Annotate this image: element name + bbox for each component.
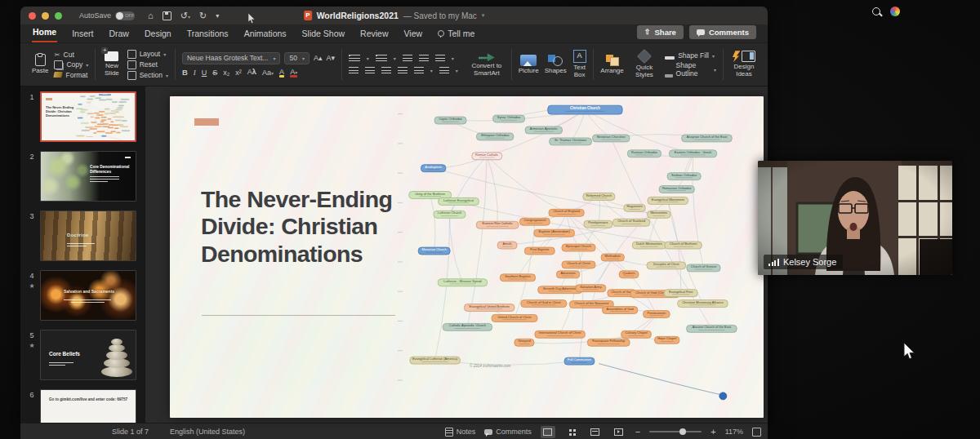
diagram-node-anabapt[interactable]: Anabaptists <box>421 165 445 172</box>
diagram-node-greece[interactable]: Church of Greece <box>687 264 720 272</box>
diagram-node-moravian[interactable]: Moravian Church <box>418 247 450 255</box>
align-center-button[interactable] <box>365 67 375 74</box>
diagram-node-coe[interactable]: Church of England <box>549 209 584 216</box>
zoom-slider[interactable] <box>649 431 702 432</box>
fit-to-window-button[interactable] <box>752 428 761 437</box>
diagram-node-southbap[interactable]: Southern Baptists <box>500 274 535 282</box>
document-title[interactable]: WorldReligions2021 — Saved to my Mac ▾ <box>304 11 485 20</box>
diagram-node-ucc[interactable]: United Church of Christ <box>492 315 537 322</box>
diagram-node-episcopal[interactable]: Episcopal Church <box>562 244 595 251</box>
diagram-node-hope[interactable]: Hope Chapel <box>655 336 679 344</box>
text-direction-button[interactable] <box>439 67 449 74</box>
diagram-node-ela[interactable]: Evangelical Lutheran (America) <box>410 357 461 364</box>
diagram-node-methodists[interactable]: Methodists <box>601 254 624 261</box>
change-case-button[interactable]: Aa▾ <box>262 69 274 77</box>
diagram-node-ethiopian[interactable]: Ethiopian Orthodox <box>476 133 513 140</box>
diagram-node-mennonites[interactable]: Mennonites <box>648 211 670 218</box>
reset-button[interactable]: Reset <box>127 60 168 69</box>
italic-button[interactable]: I <box>194 69 196 77</box>
new-slide-button[interactable]: New Slide <box>102 51 121 78</box>
quick-styles-button[interactable]: Quick Styles <box>630 50 659 79</box>
tab-slide-show[interactable]: Slide Show <box>301 25 346 42</box>
video-participant-tile[interactable]: Kelsey Sorge <box>758 161 952 275</box>
diagram-node-reformed[interactable]: Reformed Church <box>583 193 615 200</box>
diagram-node-baptists[interactable]: Baptists (Amsterdam) <box>534 229 575 237</box>
tab-animations[interactable]: Animations <box>243 25 287 42</box>
diagram-node-luthev[interactable]: Lutheran Evangelical <box>439 197 479 205</box>
paste-button[interactable]: Paste <box>32 54 48 75</box>
diagram-node-fullcomm[interactable]: Full Communion <box>564 357 595 365</box>
slide-3-thumbnail[interactable]: Doctrine <box>40 211 136 261</box>
minimize-window-button[interactable] <box>42 12 49 20</box>
cut-button[interactable]: ✂Cut <box>54 51 88 59</box>
diagram-node-serbian[interactable]: Serbian Orthodox <box>667 173 701 180</box>
zoom-level[interactable]: 117% <box>725 428 743 436</box>
increase-indent-button[interactable] <box>419 55 429 62</box>
diagram-node-pentecostal[interactable]: Pentecostals <box>644 311 670 318</box>
diagram-node-cma[interactable]: Christian Missionary Alliance <box>678 300 728 308</box>
tab-transitions[interactable]: Transitions <box>186 25 229 42</box>
diagram-node-foursquare[interactable]: Foursquare Fellowship <box>587 339 630 346</box>
redo-icon[interactable]: ↻ <box>199 11 207 21</box>
diagram-node-missouri[interactable]: Lutheran - Missouri Synod <box>438 279 487 286</box>
autosave-control[interactable]: AutoSave OFF <box>79 11 135 20</box>
diagram-node-amish[interactable]: Amish <box>497 242 517 249</box>
tab-view[interactable]: View <box>403 25 424 42</box>
diagram-node-nestorian[interactable]: Nestorian Churches <box>593 135 630 142</box>
text-box-button[interactable]: AText Box <box>572 50 587 79</box>
fullscreen-window-button[interactable] <box>55 12 62 20</box>
slide-sorter-view-button[interactable] <box>564 426 579 438</box>
diagram-node-dutchmen[interactable]: Dutch Mennonites <box>632 242 666 249</box>
zoom-in-button[interactable]: + <box>710 427 715 437</box>
diagram-node-evfree[interactable]: Evangelical Free <box>664 290 697 297</box>
convert-smartart-button[interactable]: Convert to SmartArt <box>469 51 505 78</box>
picture-button[interactable]: Picture <box>519 55 539 75</box>
diagram-node-christchurch[interactable]: Church of Christ <box>562 261 595 268</box>
layout-button[interactable]: Layout▾ <box>127 50 168 59</box>
copy-button[interactable]: Copy▾ <box>54 60 88 69</box>
diagram-node-brethren[interactable]: Church of Brethren <box>665 242 702 249</box>
diagram-node-vineyard[interactable]: Vineyard <box>514 339 534 346</box>
diagram-node-bcac[interactable]: Catholic Apostolic Church <box>443 323 492 330</box>
align-right-button[interactable] <box>381 67 391 74</box>
font-size-select[interactable]: 50▾ <box>284 52 309 64</box>
slideshow-button[interactable] <box>612 426 626 438</box>
superscript-button[interactable]: x² <box>235 69 242 77</box>
decrease-indent-button[interactable] <box>403 55 412 62</box>
clear-formatting-button[interactable]: A𝛌 <box>247 68 256 77</box>
diagram-node-lutheran[interactable]: Lutheran Church <box>434 211 466 218</box>
diagram-node-russian[interactable]: Russian Orthodox <box>627 150 661 157</box>
diagram-node-huguenots[interactable]: Huguenots <box>624 204 645 211</box>
increase-font-button[interactable]: A▴ <box>314 54 323 62</box>
comments-button[interactable]: Comments <box>689 25 756 39</box>
slide-accent-bar[interactable] <box>194 118 219 126</box>
share-button[interactable]: ⇧Share <box>637 25 684 39</box>
slide-title[interactable]: The Never-Ending Divide: Christian Denom… <box>201 186 407 268</box>
highlight-color-button[interactable]: A <box>279 68 284 78</box>
slide-4-thumbnail[interactable]: Salvation and Sacraments <box>40 270 136 321</box>
diagram-node-syriac[interactable]: Syriac Orthodox <box>493 115 525 122</box>
columns-button[interactable] <box>414 67 424 74</box>
diagram-node-coptic[interactable]: Coptic Orthodox <box>434 117 466 124</box>
shape-fill-button[interactable]: Shape Fill▾ <box>665 51 716 60</box>
tab-tell-me[interactable]: Tell me <box>437 25 475 42</box>
diagram-node-congregational[interactable]: Congregational <box>519 218 550 225</box>
design-ideas-button[interactable]: Design Ideas <box>730 51 758 78</box>
zoom-out-button[interactable]: − <box>635 427 640 437</box>
diagram-node-armenian[interactable]: Armenian Apostolic <box>525 126 562 134</box>
format-painter-button[interactable]: Format <box>54 71 88 79</box>
tab-insert[interactable]: Insert <box>71 25 94 42</box>
diagram-node-advent[interactable]: Adventists <box>556 271 579 278</box>
diagram-node-ancient[interactable]: Ancient Church of the East <box>687 325 737 332</box>
bold-button[interactable]: B <box>182 68 188 77</box>
diagram-node-disciples[interactable]: Disciples of Christ <box>647 262 686 269</box>
slide-1-thumbnail[interactable]: The Never-Ending Divide: Christian Denom… <box>40 91 136 142</box>
slide-6-thumbnail[interactable]: Go to gimkit.com/live and enter code: 69… <box>40 389 136 423</box>
diagram-node-scotland[interactable]: Church of Scotland <box>612 219 649 226</box>
diagram-terminal-dot[interactable] <box>719 392 727 400</box>
arrange-button[interactable]: Arrange <box>600 55 623 75</box>
diagram-node-salvation[interactable]: Salvation Army <box>576 285 606 292</box>
diagram-node-eub[interactable]: Evangelical United Brethren <box>464 304 514 312</box>
strikethrough-button[interactable]: S <box>212 69 217 77</box>
slide-canvas[interactable]: The Never-Ending Divide: Christian Denom… <box>170 96 764 418</box>
